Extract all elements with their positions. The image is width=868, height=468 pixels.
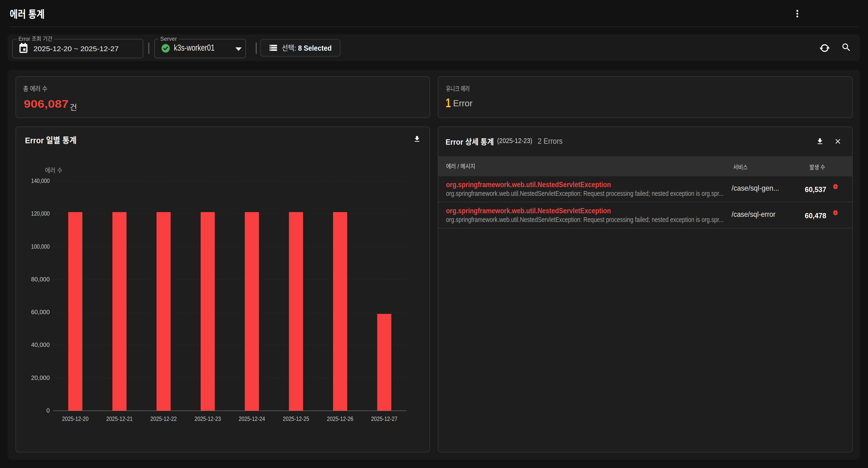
- svg-text:2025-12-20: 2025-12-20: [62, 415, 89, 422]
- svg-text:2025-12-22: 2025-12-22: [150, 415, 177, 422]
- svg-text:20,000: 20,000: [31, 374, 50, 381]
- svg-text:140,000: 140,000: [31, 178, 50, 184]
- svg-text:2025-12-26: 2025-12-26: [327, 415, 353, 422]
- svg-text:120,000: 120,000: [31, 210, 50, 217]
- svg-text:100,000: 100,000: [31, 243, 50, 250]
- svg-text:2025-12-25: 2025-12-25: [283, 415, 309, 422]
- svg-text:2025-12-21: 2025-12-21: [106, 415, 133, 422]
- svg-text:60,000: 60,000: [31, 309, 50, 315]
- svg-text:80,000: 80,000: [31, 276, 50, 283]
- svg-text:2025-12-24: 2025-12-24: [239, 415, 265, 422]
- svg-text:2025-12-27: 2025-12-27: [371, 415, 398, 422]
- svg-text:0: 0: [46, 407, 50, 414]
- svg-text:2025-12-23: 2025-12-23: [195, 415, 221, 422]
- svg-text:40,000: 40,000: [31, 341, 50, 348]
- svg-text:에러 수: 에러 수: [45, 167, 62, 174]
